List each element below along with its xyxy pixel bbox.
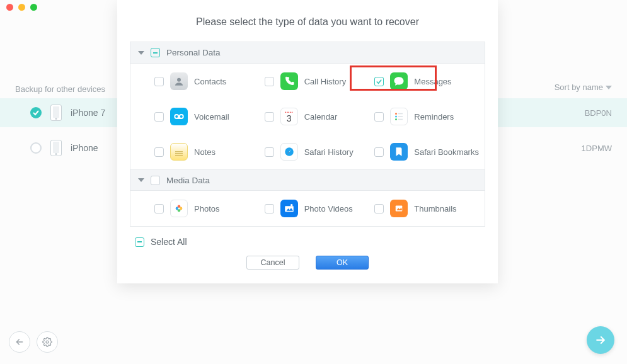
voicemail-icon: [170, 108, 188, 125]
option-thumbnails[interactable]: Thumbnails: [374, 200, 485, 217]
data-type-panel: Personal Data Contacts Call History: [130, 42, 485, 227]
checkbox[interactable]: [151, 176, 160, 185]
checkbox[interactable]: [265, 112, 274, 122]
minimize-window-icon[interactable]: [18, 4, 25, 11]
iphone-icon: [50, 140, 62, 156]
svg-point-11: [395, 118, 397, 120]
group-title: Media Data: [166, 176, 210, 185]
option-reminders[interactable]: Reminders: [374, 108, 485, 125]
checkbox[interactable]: [374, 112, 384, 122]
iphone-icon: [50, 105, 62, 121]
close-window-icon[interactable]: [6, 4, 13, 11]
checkbox-checked[interactable]: [374, 77, 384, 86]
option-label: Messages: [414, 77, 451, 86]
svg-rect-13: [175, 151, 183, 152]
option-label: Reminders: [414, 112, 454, 122]
messages-icon: [390, 72, 408, 90]
back-button[interactable]: [9, 331, 30, 353]
thumbnails-icon: [390, 200, 408, 217]
backup-section-label-text: Backup for other devices: [15, 84, 105, 94]
option-label: Thumbnails: [414, 204, 456, 213]
option-label: Photos: [194, 204, 219, 213]
select-all-label: Select All: [151, 237, 187, 247]
phone-icon: [280, 72, 298, 90]
select-all[interactable]: Select All: [117, 237, 498, 256]
safari-bookmarks-icon: [390, 143, 408, 161]
option-voicemail[interactable]: Voicemail: [154, 108, 265, 125]
chevron-down-icon: [606, 86, 612, 89]
checkbox[interactable]: [154, 112, 164, 122]
checkbox[interactable]: [374, 147, 384, 157]
option-contacts[interactable]: Contacts: [154, 72, 265, 90]
notes-icon: [170, 143, 188, 161]
option-label: Calendar: [304, 112, 338, 122]
option-label: Voicemail: [194, 112, 229, 122]
svg-rect-24: [285, 206, 294, 212]
device-code: BDP0N: [585, 108, 612, 118]
option-notes[interactable]: Notes: [154, 143, 265, 161]
maximize-window-icon[interactable]: [30, 4, 37, 11]
svg-point-26: [290, 204, 293, 207]
modal-buttons: Cancel OK: [117, 256, 498, 283]
photos-icon: [170, 200, 188, 217]
contacts-icon: [170, 72, 188, 90]
checkbox-mixed[interactable]: [151, 48, 160, 57]
checkbox[interactable]: [374, 204, 384, 213]
option-photo-videos[interactable]: Photo Videos: [265, 200, 375, 217]
svg-point-23: [178, 208, 180, 210]
svg-point-3: [177, 78, 181, 82]
reminders-icon: [390, 108, 408, 125]
group-title: Personal Data: [166, 48, 221, 57]
option-label: Contacts: [194, 77, 226, 86]
window-controls: [6, 4, 37, 11]
checkbox[interactable]: [154, 204, 164, 213]
safari-history-icon: [280, 143, 298, 161]
svg-rect-10: [398, 116, 403, 117]
device-name: iPhone 7: [71, 108, 105, 118]
cancel-button[interactable]: Cancel: [246, 256, 299, 270]
settings-button[interactable]: [37, 331, 58, 353]
sort-label-text: Sort by name: [555, 82, 603, 92]
checkbox-mixed[interactable]: [135, 237, 144, 247]
device-selected-icon: [30, 107, 42, 118]
device-code: 1DPMW: [582, 144, 612, 153]
checkbox[interactable]: [265, 77, 274, 86]
group-header-media[interactable]: Media Data: [130, 169, 485, 191]
checkbox[interactable]: [265, 147, 274, 157]
next-button[interactable]: [587, 326, 614, 354]
footer-nav: [9, 331, 58, 353]
data-row: Voicemail ••••• 3 Calendar Reminders: [130, 99, 485, 134]
option-label: Photo Videos: [304, 204, 353, 213]
option-label: Safari Bookmarks: [414, 147, 479, 157]
option-call-history[interactable]: Call History: [265, 72, 375, 90]
svg-rect-15: [175, 155, 183, 156]
checkbox[interactable]: [154, 77, 164, 86]
svg-point-9: [395, 116, 397, 118]
option-safari-bookmarks[interactable]: Safari Bookmarks: [374, 143, 485, 161]
chevron-down-icon: [138, 51, 144, 55]
device-name: iPhone: [71, 143, 98, 153]
photo-videos-icon: [280, 200, 298, 217]
ok-button[interactable]: OK: [316, 256, 369, 270]
data-type-modal: Please select the type of data you want …: [117, 0, 498, 283]
data-row: Photos Photo Videos Thumbnails: [130, 191, 485, 226]
group-header-personal[interactable]: Personal Data: [130, 42, 485, 64]
option-photos[interactable]: Photos: [154, 200, 265, 217]
option-label: Safari History: [304, 147, 354, 157]
chevron-down-icon: [138, 178, 144, 182]
modal-title: Please select the type of data you want …: [117, 0, 498, 42]
option-calendar[interactable]: ••••• 3 Calendar: [265, 108, 375, 125]
device-unselected-icon: [30, 142, 42, 154]
data-row: Contacts Call History Messages: [130, 64, 485, 99]
sort-dropdown[interactable]: Sort by name: [555, 82, 612, 92]
checkbox[interactable]: [154, 147, 164, 157]
option-messages[interactable]: Messages: [374, 72, 485, 90]
svg-rect-14: [175, 153, 183, 154]
svg-point-1: [46, 341, 49, 343]
option-label: Notes: [194, 147, 216, 157]
svg-rect-12: [398, 119, 403, 120]
option-safari-history[interactable]: Safari History: [265, 143, 375, 161]
checkbox[interactable]: [265, 204, 274, 213]
calendar-icon: ••••• 3: [280, 108, 298, 125]
svg-rect-8: [398, 113, 403, 115]
